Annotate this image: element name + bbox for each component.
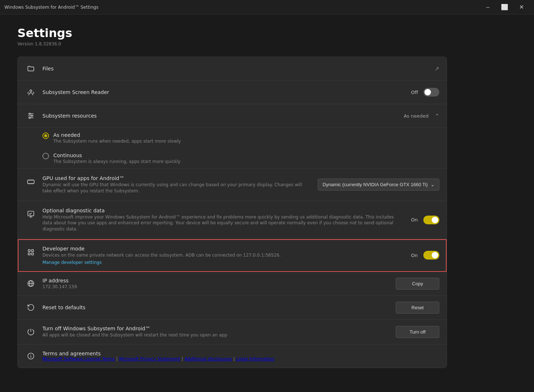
subsystem-resources-row[interactable]: Subsystem resources As needed ⌃ bbox=[18, 104, 447, 128]
ip-address-icon bbox=[25, 278, 37, 289]
diagnostic-desc: Help Microsoft improve your Windows Subs… bbox=[42, 214, 404, 232]
reset-button[interactable]: Reset bbox=[396, 302, 439, 314]
separator-1: | bbox=[115, 356, 119, 362]
radio-continuous-label: Continuous bbox=[53, 152, 180, 158]
radio-as-needed-text: As needed The Subsystem runs when needed… bbox=[53, 132, 181, 144]
legal-information-link[interactable]: Legal Information bbox=[236, 356, 274, 362]
gpu-icon bbox=[25, 176, 37, 188]
version-label: Version 1.8.32836.0 bbox=[17, 41, 447, 46]
ip-address-label: IP address bbox=[42, 278, 389, 283]
svg-point-0 bbox=[30, 90, 32, 92]
diagnostic-row: Optional diagnostic data Help Microsoft … bbox=[18, 201, 447, 239]
files-content: Files bbox=[42, 66, 427, 72]
svg-rect-9 bbox=[28, 250, 30, 252]
screen-reader-content: Subsystem Screen Reader bbox=[42, 89, 404, 95]
reset-icon bbox=[25, 302, 37, 313]
screen-reader-icon bbox=[25, 86, 37, 98]
turn-off-label: Turn off Windows Subsystem for Android™ bbox=[42, 326, 389, 331]
window-title: Windows Subsystem for Android™ Settings bbox=[4, 5, 98, 10]
turn-off-content: Turn off Windows Subsystem for Android™ … bbox=[42, 326, 389, 338]
screen-reader-label: Subsystem Screen Reader bbox=[42, 89, 404, 95]
main-content: Settings Version 1.8.32836.0 Files ↗ bbox=[0, 15, 464, 380]
diagnostic-toggle[interactable] bbox=[423, 216, 439, 224]
terms-label: Terms and agreements bbox=[42, 351, 439, 356]
ip-address-value: 172.30.147.159 bbox=[42, 284, 389, 289]
terms-content: Terms and agreements Microsoft Software … bbox=[42, 351, 439, 362]
screen-reader-toggle[interactable] bbox=[423, 88, 439, 97]
power-icon bbox=[25, 326, 37, 338]
svg-rect-12 bbox=[32, 253, 34, 255]
svg-point-4 bbox=[29, 113, 30, 115]
external-link-icon: ↗ bbox=[435, 65, 439, 72]
chevron-down-icon: ⌄ bbox=[431, 182, 435, 187]
radio-as-needed-label: As needed bbox=[53, 132, 181, 138]
reset-defaults-row: Reset to defaults Reset bbox=[18, 296, 447, 320]
svg-rect-11 bbox=[28, 253, 30, 255]
toggle-thumb bbox=[424, 89, 431, 95]
diagnostic-control: On bbox=[411, 216, 439, 224]
subsystem-resources-icon bbox=[25, 110, 37, 122]
gpu-dropdown[interactable]: Dynamic (currently NVIDIA GeForce GTX 16… bbox=[318, 179, 439, 191]
diagnostic-toggle-label: On bbox=[411, 217, 420, 222]
window-controls: – ⬜ ✕ bbox=[480, 1, 530, 13]
toggle-thumb bbox=[432, 217, 438, 223]
developer-mode-row: Developer mode Devices on the same priva… bbox=[18, 239, 447, 272]
screen-reader-toggle-label: Off bbox=[411, 90, 420, 95]
separator-2: | bbox=[180, 356, 185, 362]
radio-continuous-desc: The Subsystem is always running, apps st… bbox=[53, 159, 180, 164]
subsystem-resources-options: As needed The Subsystem runs when needed… bbox=[18, 128, 447, 169]
reset-defaults-label: Reset to defaults bbox=[42, 305, 389, 310]
screen-reader-control: Off bbox=[411, 88, 439, 97]
subsystem-resources-control: As needed ⌃ bbox=[404, 113, 439, 119]
developer-mode-toggle-label: On bbox=[411, 253, 420, 258]
chevron-up-icon: ⌃ bbox=[435, 113, 439, 119]
page-title: Settings bbox=[17, 26, 447, 40]
svg-point-18 bbox=[31, 354, 31, 355]
ip-address-content: IP address 172.30.147.159 bbox=[42, 278, 389, 289]
copy-button[interactable]: Copy bbox=[396, 278, 439, 290]
license-terms-link[interactable]: Microsoft Software License Terms bbox=[42, 356, 115, 362]
svg-point-6 bbox=[29, 117, 30, 119]
gpu-desc: Dynamic will use the GPU that Windows is… bbox=[42, 182, 311, 194]
radio-as-needed-desc: The Subsystem runs when needed, apps sta… bbox=[53, 139, 181, 144]
ip-address-row: IP address 172.30.147.159 Copy bbox=[18, 272, 447, 296]
radio-continuous[interactable] bbox=[42, 153, 49, 159]
privacy-statement-link[interactable]: Microsoft Privacy Statement bbox=[119, 356, 180, 362]
additional-disclosures-link[interactable]: Additional disclosures bbox=[185, 356, 232, 362]
developer-mode-control: On bbox=[411, 251, 439, 260]
svg-rect-10 bbox=[32, 250, 34, 252]
files-row[interactable]: Files ↗ bbox=[18, 57, 447, 81]
turn-off-control: Turn off bbox=[396, 326, 439, 338]
diagnostic-content: Optional diagnostic data Help Microsoft … bbox=[42, 208, 404, 232]
svg-point-5 bbox=[31, 115, 33, 117]
ip-address-control: Copy bbox=[396, 278, 439, 290]
developer-mode-icon bbox=[25, 246, 37, 258]
diagnostic-icon bbox=[25, 208, 37, 220]
maximize-button[interactable]: ⬜ bbox=[496, 1, 513, 13]
subsystem-resources-value: As needed bbox=[404, 113, 429, 119]
minimize-button[interactable]: – bbox=[480, 1, 496, 13]
developer-mode-toggle[interactable] bbox=[423, 251, 439, 260]
radio-option-as-needed[interactable]: As needed The Subsystem runs when needed… bbox=[18, 128, 447, 148]
turn-off-button[interactable]: Turn off bbox=[396, 326, 439, 338]
radio-as-needed[interactable] bbox=[42, 132, 49, 139]
gpu-row: GPU used for apps for Android™ Dynamic w… bbox=[18, 169, 447, 201]
folder-icon bbox=[25, 63, 37, 74]
radio-option-continuous[interactable]: Continuous The Subsystem is always runni… bbox=[18, 148, 447, 168]
terms-links: Microsoft Software License Terms | Micro… bbox=[42, 356, 439, 362]
gpu-dropdown-value: Dynamic (currently NVIDIA GeForce GTX 16… bbox=[323, 182, 428, 187]
turn-off-desc: All apps will be closed and the Subsyste… bbox=[42, 332, 389, 338]
gpu-label: GPU used for apps for Android™ bbox=[42, 175, 311, 181]
subsystem-resources-content: Subsystem resources bbox=[42, 113, 397, 119]
turn-off-row: Turn off Windows Subsystem for Android™ … bbox=[18, 320, 447, 344]
manage-developer-settings-link[interactable]: Manage developer settings bbox=[42, 260, 404, 265]
reset-defaults-control: Reset bbox=[396, 302, 439, 314]
developer-mode-content: Developer mode Devices on the same priva… bbox=[42, 246, 404, 265]
gpu-content: GPU used for apps for Android™ Dynamic w… bbox=[42, 175, 311, 194]
close-button[interactable]: ✕ bbox=[513, 1, 530, 13]
svg-rect-7 bbox=[28, 180, 34, 183]
developer-mode-label: Developer mode bbox=[42, 246, 404, 252]
files-external-link[interactable]: ↗ bbox=[435, 65, 439, 72]
radio-continuous-text: Continuous The Subsystem is always runni… bbox=[53, 152, 180, 164]
gpu-control: Dynamic (currently NVIDIA GeForce GTX 16… bbox=[318, 179, 439, 191]
